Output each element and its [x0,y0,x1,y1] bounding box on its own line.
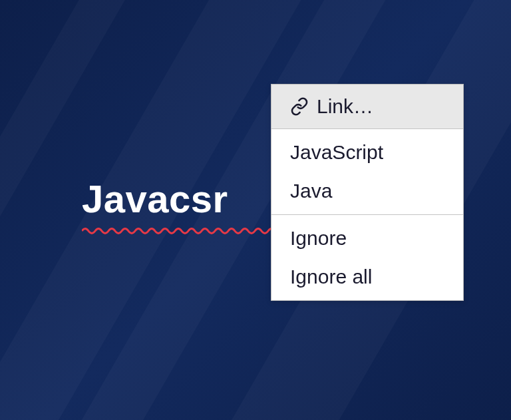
spellcheck-context-menu: Link… JavaScript Java Ignore Ignore all [271,84,464,301]
menu-item-label: JavaScript [290,141,383,164]
spellcheck-underline-icon [82,226,275,236]
menu-item-label: Ignore all [290,266,372,288]
menu-section-suggestions: JavaScript Java [271,129,463,215]
misspelled-text[interactable]: Javacsr [82,176,228,221]
menu-item-label: Link… [317,95,373,118]
menu-section-link: Link… [271,85,463,129]
menu-item-label: Ignore [290,227,347,250]
menu-item-ignore-all[interactable]: Ignore all [271,258,463,300]
menu-item-suggestion[interactable]: JavaScript [271,129,463,172]
menu-item-link[interactable]: Link… [271,85,463,128]
link-icon [290,97,309,116]
menu-item-ignore[interactable]: Ignore [271,215,463,258]
menu-section-ignore: Ignore Ignore all [271,215,463,300]
menu-item-label: Java [290,180,332,202]
menu-item-suggestion[interactable]: Java [271,172,463,214]
